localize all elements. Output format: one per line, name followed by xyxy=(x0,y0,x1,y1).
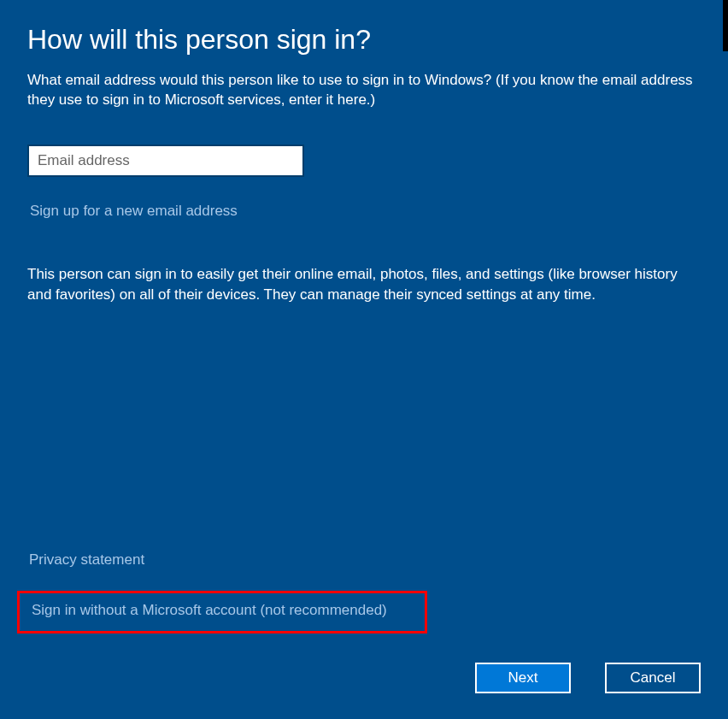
privacy-statement-link[interactable]: Privacy statement xyxy=(29,551,437,569)
next-button[interactable]: Next xyxy=(475,663,571,693)
info-text: This person can sign in to easily get th… xyxy=(27,264,701,305)
button-row: Next Cancel xyxy=(475,663,701,693)
dialog-description: What email address would this person lik… xyxy=(27,71,701,110)
email-input[interactable] xyxy=(27,144,304,177)
scrollbar-indicator xyxy=(723,0,728,51)
signup-link[interactable]: Sign up for a new email address xyxy=(30,203,238,220)
dialog-title: How will this person sign in? xyxy=(27,24,701,56)
cancel-button[interactable]: Cancel xyxy=(605,663,701,693)
signin-without-account-link[interactable]: Sign in without a Microsoft account (not… xyxy=(32,602,387,619)
highlight-annotation: Sign in without a Microsoft account (not… xyxy=(17,591,427,634)
bottom-links: Privacy statement Sign in without a Micr… xyxy=(27,551,437,634)
dialog-content: How will this person sign in? What email… xyxy=(0,0,728,304)
